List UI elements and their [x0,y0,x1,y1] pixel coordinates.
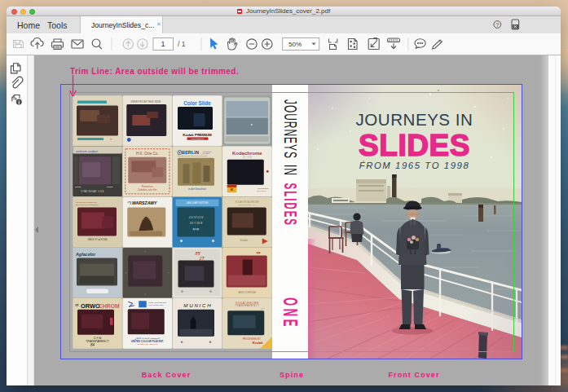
svg-text:PROCESSED · DY: PROCESSED · DY [239,204,257,206]
svg-text:M U N I C H: M U N I C H [183,302,211,308]
svg-text:/ 1: / 1 [178,40,186,48]
svg-text:Kodak PREMIUM: Kodak PREMIUM [183,133,212,137]
svg-text:Agfacolor: Agfacolor [75,252,96,257]
svg-text:▬▬▬: ▬▬▬ [75,186,81,188]
svg-text:K: K [231,188,233,192]
svg-text:2T: 2T [199,256,205,261]
svg-text:PROCESSED: PROCESSED [258,187,269,189]
svg-text:50%: 50% [288,41,302,48]
svg-text:19·7 19·8: 19·7 19·8 [190,222,202,225]
svg-text:ONE: ONE [280,297,301,329]
svg-text:S L I D E: S L I D E [243,156,252,159]
svg-text:▬▬▬: ▬▬▬ [107,186,113,188]
svg-text:JOURNEYS: JOURNEYS [280,99,301,159]
svg-text:Eso ideal con Kodachrome: Eso ideal con Kodachrome [76,204,99,205]
svg-text:▮▮▮: ▮▮▮ [257,251,261,254]
svg-text:Cadrides color film: Cadrides color film [138,188,157,192]
svg-text:Kodak: Kodak [253,341,263,345]
svg-text:?: ? [495,21,499,29]
svg-text:T R A N S P A R E N C Y: T R A N S P A R E N C Y [235,304,259,307]
svg-text:ьобест софия: ьобест софия [76,149,99,153]
svg-text:K O D A C H R O M E: K O D A C H R O M E [236,302,258,305]
svg-text:J.U.V I.O.V: J.U.V I.O.V [189,216,205,219]
svg-text:ANSCOCHROME: ANSCOCHROME [238,291,256,294]
svg-text:der DDR: der DDR [203,152,210,154]
svg-text:▮▮ ▮▮: ▮▮ ▮▮ [193,227,200,231]
svg-text:ORWO: ORWO [81,302,100,310]
svg-text:FILM ASSOCIATES: FILM ASSOCIATES [148,304,164,306]
svg-text:Kodak: Kodak [240,239,248,242]
svg-text:LAB DIAPOSITIVE: LAB DIAPOSITIVE [187,201,209,205]
svg-text:VIEW FROM THIS SIDE: VIEW FROM THIS SIDE [130,100,161,104]
svg-text:H.K. Cine Co.: H.K. Cine Co. [136,152,159,156]
svg-text:in der Dreschsle: in der Dreschsle [188,187,206,191]
svg-text:UTONA DISTRIBUTOR: UTONA DISTRIBUTOR [148,302,166,303]
svg-text:SLIDES: SLIDES [280,183,301,227]
svg-text:MADE BY ▮ EDMA: MADE BY ▮ EDMA [88,238,108,241]
svg-text:CHROM: CHROM [99,303,120,309]
svg-text:TRANSPARENCY: TRANSPARENCY [86,340,109,343]
svg-text:PROCESSING: PROCESSING [192,138,205,140]
svg-text:1: 1 [161,40,165,48]
svg-text:▪▪: ▪▪ [110,138,112,141]
svg-text:BY KODAK: BY KODAK [258,190,267,192]
svg-text:Color Slide: Color Slide [183,100,211,106]
svg-text:‘’\ WARSZAWY: ‘’\ WARSZAWY [127,200,157,205]
svg-text:IN: IN [280,165,301,176]
svg-text:▮▮: ▮▮ [76,303,79,306]
svg-text:11 PAV. NUILAM · U.S.B.: 11 PAV. NUILAM · U.S.B. [81,190,104,193]
svg-text:Graetzburger/Dresdner Berlin F: Graetzburger/Dresdner Berlin Fabrino [178,155,209,156]
svg-text:HEAD OFFICE · ABU DHABI: HEAD OFFICE · ABU DHABI [137,343,158,345]
svg-text:84: 84 [90,343,95,347]
